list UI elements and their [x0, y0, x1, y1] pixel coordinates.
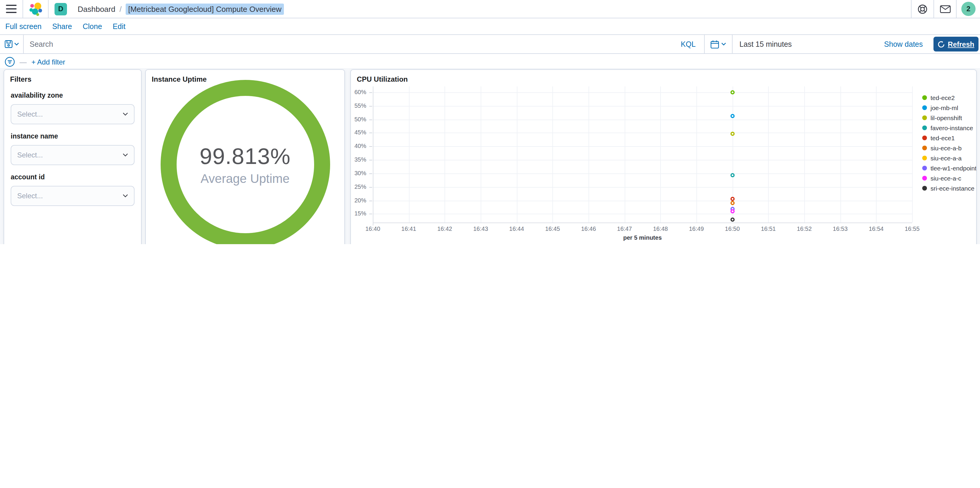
share-link[interactable]: Share — [52, 22, 72, 30]
filter-bar: — + Add filter — [0, 54, 980, 70]
gridline — [373, 133, 912, 133]
breadcrumb-separator: / — [119, 5, 121, 13]
availability-zone-select[interactable]: Select... — [11, 104, 135, 124]
y-tick-label: 25% — [351, 184, 366, 190]
full-screen-link[interactable]: Full screen — [5, 22, 41, 30]
legend-label: joe-mb-ml — [931, 104, 958, 111]
clone-link[interactable]: Clone — [83, 22, 102, 30]
instance-name-select[interactable]: Select... — [11, 145, 135, 165]
show-dates-button[interactable]: Show dates — [877, 40, 930, 48]
gridline — [373, 200, 912, 201]
field-label-instance-name: instance name — [11, 133, 135, 140]
y-tick-label: 20% — [351, 197, 366, 203]
legend-dot — [922, 136, 927, 140]
time-range-value[interactable]: Last 15 minutes — [732, 40, 877, 48]
legend-item[interactable]: siu-ece-a-b — [922, 144, 962, 152]
data-point — [730, 197, 734, 201]
panel-instance-uptime: Instance Uptime 99.813% Average Uptime — [145, 69, 345, 244]
elastic-logo[interactable] — [23, 2, 48, 16]
gridline — [768, 86, 769, 223]
kql-button[interactable]: KQL — [672, 40, 704, 48]
x-tick-label: 16:46 — [581, 225, 596, 232]
filter-icon[interactable] — [5, 57, 15, 67]
search-input[interactable] — [24, 40, 672, 48]
menu-icon[interactable] — [0, 5, 22, 13]
gridline — [517, 86, 517, 223]
chevron-down-icon — [123, 112, 128, 116]
page-title[interactable]: [Metricbeat Googlecloud] Compute Overvie… — [126, 3, 283, 14]
edit-link[interactable]: Edit — [113, 22, 125, 30]
user-avatar[interactable]: 2 — [961, 2, 975, 16]
gridline — [480, 86, 481, 223]
legend-dot — [922, 105, 927, 110]
legend-item[interactable]: favero-instance — [922, 124, 973, 132]
gridline — [624, 86, 625, 223]
gridline — [373, 92, 912, 93]
x-tick-label: 16:44 — [509, 225, 524, 232]
x-tick-label: 16:42 — [438, 225, 452, 232]
legend-dot — [922, 156, 927, 160]
divider — [48, 0, 49, 18]
gridline — [409, 86, 409, 223]
legend-item[interactable]: tlee-w1-endpoint — [922, 165, 977, 172]
legend-dot — [922, 186, 927, 190]
legend-item[interactable]: ted-ece1 — [922, 135, 955, 141]
x-tick-label: 16:54 — [869, 225, 884, 232]
legend-item[interactable]: siu-ece-a-a — [922, 154, 962, 162]
gridline — [373, 214, 912, 215]
x-tick-label: 16:53 — [833, 225, 848, 232]
data-point — [730, 114, 734, 118]
gridline — [373, 146, 912, 147]
x-tick-label: 16:52 — [797, 225, 812, 232]
legend-dot — [922, 116, 927, 120]
legend-label: tlee-w1-endpoint — [931, 165, 977, 172]
uptime-value: 99.813% — [199, 144, 290, 169]
data-point — [730, 173, 734, 177]
legend-dot — [922, 176, 927, 181]
legend-item[interactable]: siu-ece-a-c — [922, 174, 961, 182]
y-tick-label: 55% — [351, 103, 366, 109]
x-tick-label: 16:47 — [617, 225, 632, 232]
legend-label: ted-ece2 — [931, 94, 955, 101]
y-tick-mark — [369, 119, 372, 120]
divider — [956, 0, 956, 18]
field-label-account-id: account id — [11, 173, 135, 181]
chevron-down-icon — [14, 43, 19, 46]
mail-icon[interactable] — [934, 5, 956, 13]
save-query-button[interactable] — [0, 35, 24, 53]
legend-label: siu-ece-a-b — [931, 144, 962, 152]
account-id-select[interactable]: Select... — [11, 186, 135, 206]
legend-item[interactable]: lil-openshift — [922, 114, 962, 121]
help-icon[interactable] — [912, 4, 934, 14]
legend-label: siu-ece-a-c — [931, 174, 961, 182]
legend-item[interactable]: joe-mb-ml — [922, 104, 958, 111]
gridline — [553, 86, 553, 223]
gridline — [373, 187, 912, 188]
gridline — [876, 86, 877, 223]
field-label-availability-zone: availability zone — [11, 92, 135, 99]
gridline — [912, 86, 913, 223]
legend-item[interactable]: ted-ece2 — [922, 94, 955, 101]
legend-item[interactable]: sri-ece-instance — [922, 185, 974, 192]
x-tick-label: 16:55 — [905, 225, 920, 232]
add-filter-button[interactable]: + Add filter — [32, 58, 65, 66]
x-tick-label: 16:40 — [365, 225, 380, 232]
data-point — [730, 132, 734, 136]
breadcrumb-dashboard[interactable]: Dashboard — [78, 5, 115, 13]
query-bar: KQL Last 15 minutes Show dates — [0, 34, 980, 54]
filter-separator: — — [19, 58, 27, 66]
top-header: D Dashboard / [Metricbeat Googlecloud] C… — [0, 0, 980, 18]
y-tick-label: 45% — [351, 130, 366, 136]
y-tick-label: 50% — [351, 116, 366, 122]
refresh-button[interactable]: Refresh — [934, 37, 978, 51]
gridline — [697, 86, 697, 223]
calendar-button[interactable] — [705, 35, 732, 53]
y-tick-label: 60% — [351, 89, 366, 95]
y-tick-mark — [369, 92, 372, 93]
legend-label: siu-ece-a-a — [931, 154, 962, 162]
y-tick-mark — [369, 146, 372, 147]
legend-dot — [922, 146, 927, 151]
space-badge[interactable]: D — [54, 3, 67, 15]
gridline — [445, 86, 445, 223]
uptime-text: 99.813% Average Uptime — [160, 80, 330, 244]
